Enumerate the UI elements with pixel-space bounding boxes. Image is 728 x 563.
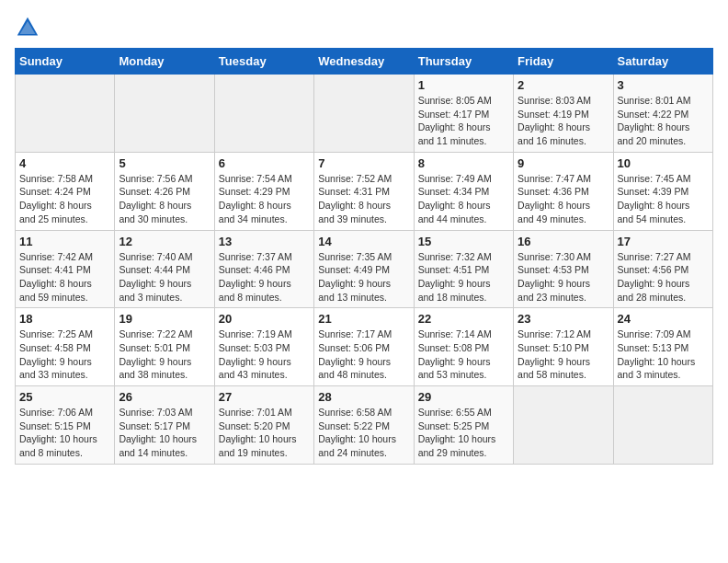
day-number: 2 — [518, 78, 609, 92]
day-number: 10 — [618, 156, 709, 170]
day-number: 27 — [219, 390, 310, 404]
calendar-body: 1Sunrise: 8:05 AMSunset: 4:17 PMDaylight… — [16, 75, 713, 465]
calendar-cell: 5Sunrise: 7:56 AMSunset: 4:26 PMDaylight… — [115, 152, 214, 230]
header — [15, 15, 713, 40]
calendar-header: SundayMondayTuesdayWednesdayThursdayFrid… — [16, 49, 713, 75]
calendar-cell: 11Sunrise: 7:42 AMSunset: 4:41 PMDayligh… — [16, 230, 115, 308]
calendar-cell: 21Sunrise: 7:17 AMSunset: 5:06 PMDayligh… — [314, 308, 414, 386]
day-detail: Sunrise: 7:52 AMSunset: 4:31 PMDaylight:… — [318, 172, 409, 226]
calendar-cell: 28Sunrise: 6:58 AMSunset: 5:22 PMDayligh… — [314, 386, 414, 465]
calendar-cell: 15Sunrise: 7:32 AMSunset: 4:51 PMDayligh… — [414, 230, 513, 308]
calendar-cell: 8Sunrise: 7:49 AMSunset: 4:34 PMDaylight… — [414, 152, 513, 230]
day-detail: Sunrise: 7:03 AMSunset: 5:17 PMDaylight:… — [119, 406, 210, 460]
day-number: 29 — [418, 390, 509, 404]
day-number: 24 — [618, 312, 709, 326]
day-detail: Sunrise: 7:12 AMSunset: 5:10 PMDaylight:… — [518, 327, 609, 382]
day-detail: Sunrise: 8:03 AMSunset: 4:19 PMDaylight:… — [518, 94, 609, 148]
day-number: 16 — [518, 235, 609, 248]
day-number: 13 — [219, 235, 310, 248]
day-detail: Sunrise: 7:49 AMSunset: 4:34 PMDaylight:… — [418, 172, 509, 226]
weekday-header: Saturday — [613, 49, 712, 75]
weekday-header: Tuesday — [214, 49, 313, 75]
calendar-cell — [514, 386, 613, 465]
calendar-cell: 25Sunrise: 7:06 AMSunset: 5:15 PMDayligh… — [16, 386, 115, 465]
day-number: 14 — [318, 235, 409, 248]
day-detail: Sunrise: 7:09 AMSunset: 5:13 PMDaylight:… — [618, 327, 709, 382]
day-detail: Sunrise: 8:05 AMSunset: 4:17 PMDaylight:… — [418, 94, 509, 148]
day-detail: Sunrise: 7:14 AMSunset: 5:08 PMDaylight:… — [418, 327, 509, 382]
day-number: 17 — [618, 235, 709, 248]
day-detail: Sunrise: 7:45 AMSunset: 4:39 PMDaylight:… — [618, 172, 709, 226]
logo — [15, 15, 44, 40]
day-detail: Sunrise: 8:01 AMSunset: 4:22 PMDaylight:… — [618, 94, 709, 148]
calendar-cell: 18Sunrise: 7:25 AMSunset: 4:58 PMDayligh… — [16, 308, 115, 386]
day-number: 3 — [618, 78, 709, 92]
day-number: 12 — [119, 235, 210, 248]
calendar-cell: 4Sunrise: 7:58 AMSunset: 4:24 PMDaylight… — [16, 152, 115, 230]
calendar-table: SundayMondayTuesdayWednesdayThursdayFrid… — [15, 48, 713, 465]
day-detail: Sunrise: 7:35 AMSunset: 4:49 PMDaylight:… — [318, 250, 409, 304]
calendar-week: 18Sunrise: 7:25 AMSunset: 4:58 PMDayligh… — [16, 308, 713, 386]
day-detail: Sunrise: 7:06 AMSunset: 5:15 PMDaylight:… — [19, 406, 110, 460]
calendar-cell: 27Sunrise: 7:01 AMSunset: 5:20 PMDayligh… — [214, 386, 313, 465]
day-detail: Sunrise: 7:37 AMSunset: 4:46 PMDaylight:… — [219, 250, 310, 304]
day-number: 4 — [19, 156, 110, 170]
day-number: 7 — [318, 156, 409, 170]
day-detail: Sunrise: 7:54 AMSunset: 4:29 PMDaylight:… — [219, 172, 310, 226]
day-detail: Sunrise: 7:32 AMSunset: 4:51 PMDaylight:… — [418, 250, 509, 304]
calendar-cell: 10Sunrise: 7:45 AMSunset: 4:39 PMDayligh… — [613, 152, 712, 230]
day-detail: Sunrise: 7:30 AMSunset: 4:53 PMDaylight:… — [518, 250, 609, 304]
day-detail: Sunrise: 7:25 AMSunset: 4:58 PMDaylight:… — [19, 327, 110, 382]
calendar-cell: 26Sunrise: 7:03 AMSunset: 5:17 PMDayligh… — [115, 386, 214, 465]
calendar-cell: 6Sunrise: 7:54 AMSunset: 4:29 PMDaylight… — [214, 152, 313, 230]
day-detail: Sunrise: 7:27 AMSunset: 4:56 PMDaylight:… — [618, 250, 709, 304]
calendar-cell: 29Sunrise: 6:55 AMSunset: 5:25 PMDayligh… — [414, 386, 513, 465]
day-number: 20 — [219, 312, 310, 326]
calendar-cell — [16, 75, 115, 153]
day-number: 25 — [19, 390, 110, 404]
calendar-cell: 7Sunrise: 7:52 AMSunset: 4:31 PMDaylight… — [314, 152, 414, 230]
calendar-week: 11Sunrise: 7:42 AMSunset: 4:41 PMDayligh… — [16, 230, 713, 308]
calendar-cell: 13Sunrise: 7:37 AMSunset: 4:46 PMDayligh… — [214, 230, 313, 308]
day-detail: Sunrise: 7:17 AMSunset: 5:06 PMDaylight:… — [318, 327, 409, 382]
day-detail: Sunrise: 7:56 AMSunset: 4:26 PMDaylight:… — [119, 172, 210, 226]
calendar-cell: 20Sunrise: 7:19 AMSunset: 5:03 PMDayligh… — [214, 308, 313, 386]
weekday-header: Thursday — [414, 49, 513, 75]
logo-icon — [15, 15, 40, 40]
calendar-week: 25Sunrise: 7:06 AMSunset: 5:15 PMDayligh… — [16, 386, 713, 465]
day-detail: Sunrise: 7:47 AMSunset: 4:36 PMDaylight:… — [518, 172, 609, 226]
day-detail: Sunrise: 7:22 AMSunset: 5:01 PMDaylight:… — [119, 327, 210, 382]
day-number: 5 — [119, 156, 210, 170]
day-detail: Sunrise: 7:01 AMSunset: 5:20 PMDaylight:… — [219, 406, 310, 460]
calendar-cell — [314, 75, 414, 153]
calendar-cell: 1Sunrise: 8:05 AMSunset: 4:17 PMDaylight… — [414, 75, 513, 153]
day-detail: Sunrise: 7:58 AMSunset: 4:24 PMDaylight:… — [19, 172, 110, 226]
calendar-cell: 2Sunrise: 8:03 AMSunset: 4:19 PMDaylight… — [514, 75, 613, 153]
calendar-cell: 3Sunrise: 8:01 AMSunset: 4:22 PMDaylight… — [613, 75, 712, 153]
day-number: 26 — [119, 390, 210, 404]
calendar-week: 1Sunrise: 8:05 AMSunset: 4:17 PMDaylight… — [16, 75, 713, 153]
weekday-header: Wednesday — [314, 49, 414, 75]
day-number: 28 — [318, 390, 409, 404]
day-number: 19 — [119, 312, 210, 326]
day-number: 8 — [418, 156, 509, 170]
calendar-week: 4Sunrise: 7:58 AMSunset: 4:24 PMDaylight… — [16, 152, 713, 230]
day-detail: Sunrise: 7:19 AMSunset: 5:03 PMDaylight:… — [219, 327, 310, 382]
day-number: 6 — [219, 156, 310, 170]
day-number: 23 — [518, 312, 609, 326]
weekday-header: Monday — [115, 49, 214, 75]
day-number: 22 — [418, 312, 509, 326]
day-number: 15 — [418, 235, 509, 248]
day-number: 9 — [518, 156, 609, 170]
calendar-cell: 22Sunrise: 7:14 AMSunset: 5:08 PMDayligh… — [414, 308, 513, 386]
calendar-cell: 16Sunrise: 7:30 AMSunset: 4:53 PMDayligh… — [514, 230, 613, 308]
day-detail: Sunrise: 6:58 AMSunset: 5:22 PMDaylight:… — [318, 406, 409, 460]
calendar-cell — [613, 386, 712, 465]
day-detail: Sunrise: 6:55 AMSunset: 5:25 PMDaylight:… — [418, 406, 509, 460]
day-number: 1 — [418, 78, 509, 92]
calendar-cell: 17Sunrise: 7:27 AMSunset: 4:56 PMDayligh… — [613, 230, 712, 308]
calendar-cell: 19Sunrise: 7:22 AMSunset: 5:01 PMDayligh… — [115, 308, 214, 386]
day-number: 21 — [318, 312, 409, 326]
day-detail: Sunrise: 7:40 AMSunset: 4:44 PMDaylight:… — [119, 250, 210, 304]
calendar-cell: 23Sunrise: 7:12 AMSunset: 5:10 PMDayligh… — [514, 308, 613, 386]
